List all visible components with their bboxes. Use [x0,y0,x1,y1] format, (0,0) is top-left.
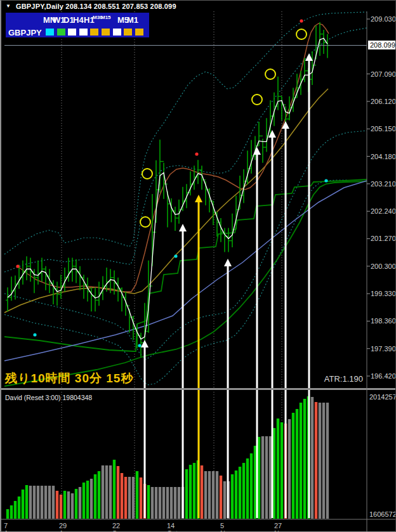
grid-lines [62,11,282,518]
current-price-label: 208.099 [368,41,396,49]
price-axis-label: 201.270 [371,235,396,242]
status-square-icon [79,29,88,36]
arrow-shaft [308,60,310,518]
price-axis-label: 196.420 [371,372,396,380]
time-axis-label: 5 Nov 2025 [220,522,235,532]
indicator-max-value: 20142572 [369,393,396,401]
price-axis-label: 207.090 [371,70,396,78]
fractal-low-dot-icon [324,179,327,182]
fractal-low-dot-icon [33,333,36,336]
signal-circle-icon [140,217,150,227]
status-square-icon [46,29,54,36]
arrow-up-icon [195,195,202,202]
indicator-panel-label: David (Reset 3:00) 19804348 [5,394,92,401]
arrow-shaft [144,347,146,518]
timeframe-toolbar: GBPJPY MNW1D1H4H1M30M15M5M1 [6,13,149,37]
time-axis-label: 7 Aug 2025 [4,522,19,532]
status-square-icon [113,29,121,36]
status-square-icon [124,29,132,36]
volume-histogram [6,396,329,519]
status-square-icon [135,29,143,36]
timeframe-button-m1[interactable]: M1 [127,15,138,25]
fractal-low-dot-icon [174,254,177,257]
time-axis-label: 22 Sep 2025 [112,522,128,532]
time-axis-label: 27 Nov 2025 [274,522,289,532]
chart-title: GBPJPY,Daily 208.134 208.551 207.853 208… [16,3,176,10]
arrow-shaft [182,231,184,518]
arrow-up-icon [253,147,261,155]
indicator-min-value: 16065727 [369,510,396,518]
signal-circle-icon [252,94,262,105]
arrow-up-icon [179,224,187,231]
status-square-icon [102,29,110,36]
time-axis-label: 14 Oct 2025 [167,522,182,532]
signal-circle-icon [265,69,275,79]
fractal-low-dot-icon [138,344,141,347]
chart-titlebar[interactable]: ▼ GBPJPY,Daily 208.134 208.551 207.853 2… [1,1,395,11]
fractal-high-dot-icon [300,19,303,22]
signal-arrows [141,53,313,518]
fractal-high-dot-icon [16,264,19,268]
price-axis-label: 202.240 [371,207,396,215]
chart-window: ▼ GBPJPY,Daily 208.134 208.551 207.853 2… [0,0,396,532]
status-square-icon [57,29,65,36]
arrow-shaft [272,137,274,518]
status-square-icon [90,29,98,36]
candle-countdown-timer: 残り10時間 30分 15秒 [5,370,133,387]
price-axis-label: 205.150 [371,125,396,133]
time-axis-label: 29 Aug 2025 [59,522,74,532]
timeframe-button-m15[interactable]: M15 [101,15,111,20]
arrow-up-icon [141,340,148,347]
price-axis-label: 204.180 [371,153,396,160]
arrow-shaft [285,128,287,518]
timeframe-button-h4[interactable]: H4 [73,15,84,25]
price-axis-label: 200.300 [371,263,396,270]
price-axis-label: 199.330 [371,290,396,297]
price-axis-label: 198.360 [371,317,396,325]
status-square-icon [68,29,76,36]
chart-canvas[interactable] [1,1,396,532]
price-axis-label: 206.120 [371,98,396,105]
signal-circle-icon [142,169,152,179]
price-axis-label: 203.210 [371,180,396,188]
dropdown-triangle-icon[interactable]: ▼ [6,3,11,9]
arrow-shaft [256,154,258,518]
arrow-up-icon [224,259,232,266]
arrow-up-icon [268,130,276,138]
arrow-shaft [227,266,229,518]
symbol-label: GBPJPY [8,28,42,37]
fractal-high-dot-icon [195,152,198,155]
arrow-shaft [198,202,200,518]
signal-circle-icon [296,29,307,39]
price-axis-label: 209.030 [371,15,396,23]
atr-value: ATR:1.190 [255,374,363,384]
price-axis-label: 197.390 [371,345,396,353]
signal-markers [16,19,327,347]
